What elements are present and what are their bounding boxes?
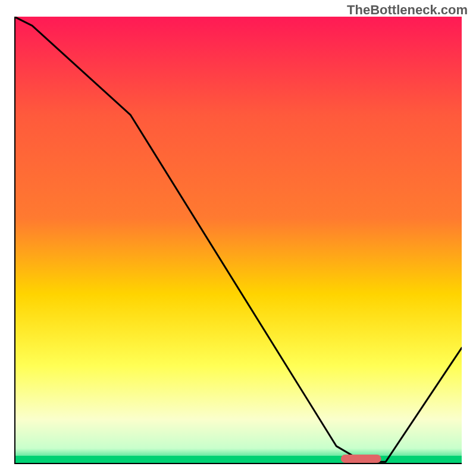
chart-background — [14, 17, 462, 464]
chart-svg — [14, 17, 462, 464]
chart-baseline-strip — [14, 456, 462, 464]
watermark-text: TheBottleneck.com — [347, 2, 468, 18]
chart-plot-area — [14, 17, 462, 464]
optimal-range-marker — [341, 455, 381, 463]
